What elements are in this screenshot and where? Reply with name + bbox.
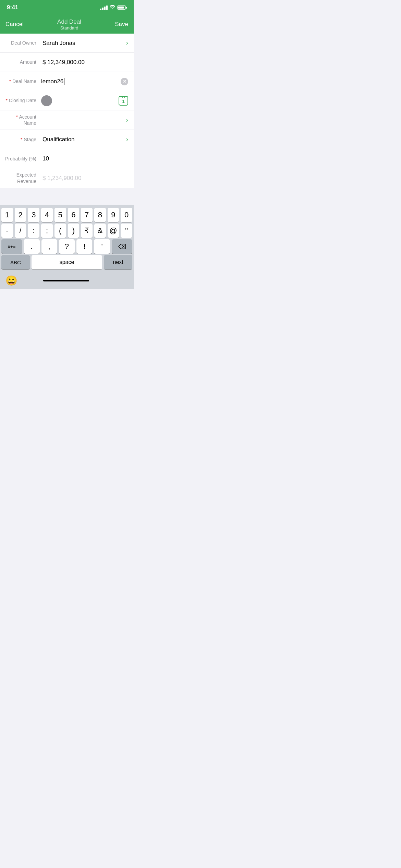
stage-row[interactable]: * Stage Qualification › xyxy=(0,130,134,149)
closing-date-label: * Closing Date xyxy=(0,97,41,104)
account-name-row[interactable]: * AccountName › xyxy=(0,110,134,130)
amount-label: Amount xyxy=(0,59,41,65)
status-icons xyxy=(100,5,127,10)
deal-owner-value: Sarah Jonas xyxy=(41,40,126,47)
nav-title: Add Deal Standard xyxy=(57,19,81,31)
key-5[interactable]: 5 xyxy=(54,208,66,222)
stage-value: Qualification xyxy=(41,136,126,143)
date-picker-spinner xyxy=(41,95,52,106)
battery-icon xyxy=(117,5,127,10)
deal-name-label: * Deal Name xyxy=(0,78,41,84)
status-time: 9:41 xyxy=(7,4,18,11)
emoji-bar: 😀 xyxy=(0,272,134,289)
deal-owner-chevron: › xyxy=(126,39,134,47)
key-1[interactable]: 1 xyxy=(1,208,13,222)
expected-revenue-value: $ 1,234,900.00 xyxy=(41,175,134,182)
keyboard-bottom-row: #+= . , ? ! ' xyxy=(0,239,134,255)
save-button[interactable]: Save xyxy=(115,21,128,28)
key-question[interactable]: ? xyxy=(59,239,75,254)
key-colon[interactable]: : xyxy=(28,224,39,238)
closing-date-row[interactable]: * Closing Date 1 xyxy=(0,91,134,110)
key-slash[interactable]: / xyxy=(15,224,26,238)
signal-icon xyxy=(100,5,108,10)
key-minus[interactable]: - xyxy=(1,224,13,238)
text-cursor xyxy=(64,78,64,85)
keyboard: 1 2 3 4 5 6 7 8 9 0 - / : ; ( ) ₹ & @ " … xyxy=(0,205,134,289)
key-2[interactable]: 2 xyxy=(15,208,26,222)
keyboard-symbol-row: - / : ; ( ) ₹ & @ " xyxy=(0,224,134,239)
key-8[interactable]: 8 xyxy=(94,208,106,222)
nav-title-main: Add Deal xyxy=(57,19,81,25)
wifi-icon xyxy=(110,5,115,10)
key-4[interactable]: 4 xyxy=(41,208,53,222)
key-delete[interactable] xyxy=(112,239,132,254)
key-exclaim[interactable]: ! xyxy=(76,239,92,254)
key-symbols[interactable]: #+= xyxy=(1,239,22,254)
key-comma[interactable]: , xyxy=(41,239,57,254)
amount-row[interactable]: Amount $ 12,349,000.00 xyxy=(0,53,134,72)
required-star-2: * xyxy=(6,98,9,103)
account-name-chevron: › xyxy=(126,117,134,124)
key-close-paren[interactable]: ) xyxy=(68,224,80,238)
stage-chevron: › xyxy=(126,136,134,143)
required-star-3: * xyxy=(16,114,19,120)
deal-name-row[interactable]: * Deal Name lemon26 ✕ xyxy=(0,72,134,91)
cancel-button[interactable]: Cancel xyxy=(5,21,24,28)
expected-revenue-label: ExpectedRevenue xyxy=(0,172,41,184)
key-9[interactable]: 9 xyxy=(108,208,119,222)
key-space[interactable]: space xyxy=(32,255,102,269)
form-container: Deal Owner Sarah Jonas › Amount $ 12,349… xyxy=(0,34,134,188)
expected-revenue-row[interactable]: ExpectedRevenue $ 1,234,900.00 xyxy=(0,168,134,188)
key-7[interactable]: 7 xyxy=(81,208,93,222)
deal-owner-label: Deal Owner xyxy=(0,40,41,46)
stage-label: * Stage xyxy=(0,136,41,143)
required-star-4: * xyxy=(21,137,24,142)
key-rupee[interactable]: ₹ xyxy=(81,224,93,238)
key-apostrophe[interactable]: ' xyxy=(94,239,110,254)
nav-bar: Cancel Add Deal Standard Save xyxy=(0,15,134,34)
key-quote[interactable]: " xyxy=(121,224,132,238)
clear-button[interactable]: ✕ xyxy=(121,78,128,85)
key-at[interactable]: @ xyxy=(108,224,119,238)
account-name-label: * AccountName xyxy=(0,114,41,126)
key-open-paren[interactable]: ( xyxy=(54,224,66,238)
keyboard-space-row: ABC space next xyxy=(0,255,134,272)
key-ampersand[interactable]: & xyxy=(94,224,106,238)
probability-row[interactable]: Probability (%) 10 xyxy=(0,149,134,168)
deal-owner-row[interactable]: Deal Owner Sarah Jonas › xyxy=(0,34,134,53)
key-abc[interactable]: ABC xyxy=(1,255,30,269)
key-3[interactable]: 3 xyxy=(28,208,39,222)
home-indicator xyxy=(43,280,89,281)
probability-label: Probability (%) xyxy=(0,156,41,162)
amount-value: $ 12,349,000.00 xyxy=(41,59,134,66)
key-next[interactable]: next xyxy=(104,255,132,269)
deal-name-input[interactable]: lemon26 xyxy=(41,78,121,85)
emoji-button[interactable]: 😀 xyxy=(5,275,17,286)
key-0[interactable]: 0 xyxy=(121,208,132,222)
key-semicolon[interactable]: ; xyxy=(41,224,53,238)
calendar-icon[interactable]: 1 xyxy=(119,96,128,106)
required-star: * xyxy=(9,79,12,84)
closing-date-value xyxy=(41,95,119,106)
keyboard-number-row: 1 2 3 4 5 6 7 8 9 0 xyxy=(0,205,134,224)
key-6[interactable]: 6 xyxy=(68,208,80,222)
nav-title-sub: Standard xyxy=(57,25,81,31)
deal-name-value: lemon26 xyxy=(41,78,63,85)
status-bar: 9:41 xyxy=(0,0,134,15)
key-period[interactable]: . xyxy=(24,239,39,254)
probability-value: 10 xyxy=(41,155,134,162)
